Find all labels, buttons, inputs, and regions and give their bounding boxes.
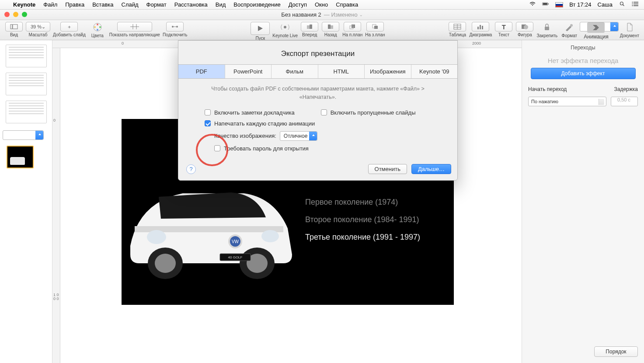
tb-document[interactable]: Документ bbox=[619, 22, 641, 38]
label-stages: Напечатать каждую стадию анимации bbox=[214, 120, 315, 127]
svg-rect-11 bbox=[10, 24, 12, 29]
battery-icon[interactable] bbox=[542, 1, 549, 8]
start-transition-select[interactable]: По нажатию bbox=[528, 97, 606, 106]
app-name[interactable]: Keynote bbox=[13, 1, 35, 8]
tb-shape[interactable]: Фигура bbox=[514, 22, 535, 37]
svg-point-42 bbox=[524, 25, 528, 29]
wifi-icon[interactable] bbox=[529, 1, 536, 8]
svg-rect-40 bbox=[482, 26, 483, 29]
tb-view[interactable]: Вид bbox=[3, 22, 24, 37]
svg-point-14 bbox=[97, 24, 98, 25]
inspector-title: Переходы bbox=[528, 45, 638, 51]
svg-point-51 bbox=[147, 230, 166, 244]
tb-guides[interactable]: Показать направляющие bbox=[108, 22, 161, 37]
flag-ru-icon[interactable] bbox=[555, 2, 563, 7]
tb-backward[interactable]: Назад bbox=[320, 22, 341, 37]
cancel-button[interactable]: Отменить bbox=[368, 164, 407, 174]
tb-animate[interactable]: Анимация bbox=[580, 22, 618, 31]
menubar: Keynote Файл Правка Вставка Слайд Формат… bbox=[0, 0, 644, 10]
modal-hint: Чтобы создать файл PDF с собственными па… bbox=[194, 85, 442, 101]
quality-select[interactable]: Отличное bbox=[280, 131, 318, 141]
menu-arrange[interactable]: Расстановка bbox=[174, 1, 208, 8]
menu-share[interactable]: Доступ bbox=[289, 1, 307, 8]
svg-point-8 bbox=[632, 2, 633, 3]
svg-point-44 bbox=[570, 24, 573, 27]
tb-play[interactable]: Пуск bbox=[249, 22, 271, 41]
thumb-blank[interactable] bbox=[6, 45, 47, 67]
add-effect-button[interactable]: Добавить эффект bbox=[531, 68, 636, 79]
tb-zoom[interactable]: 39 % ⌄Масштаб bbox=[24, 22, 52, 37]
tb-front[interactable]: На п.план bbox=[341, 22, 364, 37]
no-effect-label: Нет эффекта перехода bbox=[528, 57, 638, 64]
tb-lock[interactable]: Закрепить bbox=[535, 22, 559, 38]
order-button[interactable]: Порядок bbox=[594, 346, 638, 357]
menu-help[interactable]: Справка bbox=[336, 1, 358, 8]
tab-powerpoint[interactable]: PowerPoint bbox=[225, 65, 272, 78]
inspector-panel: Переходы Нет эффекта перехода Добавить э… bbox=[522, 40, 644, 363]
close-window-icon[interactable] bbox=[4, 12, 10, 17]
svg-rect-2 bbox=[548, 3, 549, 4]
svg-rect-12 bbox=[13, 24, 17, 29]
tab-keynote09[interactable]: Keynote '09 bbox=[411, 65, 458, 78]
user-name[interactable]: Саша bbox=[598, 1, 613, 8]
svg-point-3 bbox=[620, 2, 623, 5]
svg-rect-38 bbox=[477, 27, 479, 29]
svg-text:40 GOLF: 40 GOLF bbox=[228, 255, 243, 259]
label-password: Требовать пароль для открытия bbox=[224, 145, 309, 152]
list-icon[interactable] bbox=[632, 1, 639, 8]
tb-add-slide[interactable]: ＋Добавить слайд bbox=[52, 22, 87, 37]
tb-chart[interactable]: Диаграмма bbox=[468, 22, 493, 37]
modal-title: Экспорт презентации bbox=[178, 41, 457, 64]
tb-format[interactable]: Формат bbox=[559, 22, 580, 38]
tb-back[interactable]: На з.план bbox=[364, 22, 386, 37]
tb-forward[interactable]: Вперед bbox=[299, 22, 320, 37]
checkbox-password[interactable] bbox=[214, 145, 220, 151]
checkbox-stages[interactable] bbox=[205, 120, 211, 126]
next-button[interactable]: Дальше… bbox=[411, 164, 451, 174]
label-skipped: Включить пропущенные слайды bbox=[331, 109, 416, 116]
titlebar: Без названия 2 — Изменено ⌄ bbox=[0, 10, 644, 20]
tab-html[interactable]: HTML bbox=[318, 65, 365, 78]
thumb-blank[interactable] bbox=[6, 73, 47, 95]
svg-text:VW: VW bbox=[232, 239, 239, 244]
menu-edit[interactable]: Правка bbox=[65, 1, 84, 8]
menu-slide[interactable]: Слайд bbox=[122, 1, 139, 8]
tb-connect[interactable]: Подключить bbox=[161, 22, 189, 37]
tb-table[interactable]: Таблица bbox=[447, 22, 468, 37]
svg-point-52 bbox=[261, 230, 279, 242]
tb-text[interactable]: TТекст bbox=[493, 22, 514, 37]
svg-rect-33 bbox=[374, 26, 378, 29]
checkbox-notes[interactable] bbox=[205, 109, 211, 115]
spotlight-icon[interactable] bbox=[619, 1, 626, 8]
menu-file[interactable]: Файл bbox=[43, 1, 57, 8]
tab-pdf[interactable]: PDF bbox=[178, 65, 225, 78]
checkbox-skipped[interactable] bbox=[321, 109, 327, 115]
svg-rect-28 bbox=[328, 24, 331, 29]
tab-movie[interactable]: Фильм bbox=[272, 65, 318, 78]
svg-rect-1 bbox=[543, 3, 547, 5]
delay-label: Задержка bbox=[614, 86, 638, 92]
tab-images[interactable]: Изображения bbox=[365, 65, 411, 78]
thumb-blank[interactable] bbox=[6, 101, 47, 123]
zoom-window-icon[interactable] bbox=[22, 12, 27, 17]
svg-rect-27 bbox=[307, 25, 310, 29]
minimize-window-icon[interactable] bbox=[13, 12, 18, 17]
svg-marker-45 bbox=[593, 25, 599, 30]
svg-point-48 bbox=[155, 254, 176, 273]
menu-view[interactable]: Вид bbox=[216, 1, 226, 8]
thumb-selected[interactable]: 1 bbox=[3, 130, 44, 140]
delay-field[interactable]: 0,50 с bbox=[611, 97, 638, 106]
menu-play[interactable]: Воспроизведение bbox=[233, 1, 280, 8]
svg-point-25 bbox=[284, 26, 286, 28]
clock[interactable]: Вт 17:24 bbox=[569, 1, 591, 8]
tb-keynote-live[interactable]: Keynote Live bbox=[271, 22, 299, 38]
tb-colors[interactable]: Цвета bbox=[87, 22, 108, 38]
export-modal: Экспорт презентации PDF PowerPoint Фильм… bbox=[178, 40, 458, 181]
help-icon[interactable]: ? bbox=[186, 164, 196, 174]
menu-window[interactable]: Окно bbox=[315, 1, 328, 8]
quality-label: Качество изображения: bbox=[214, 133, 276, 139]
ruler-vertical: 0 1 0 0 0 bbox=[52, 48, 60, 363]
menu-format[interactable]: Формат bbox=[146, 1, 167, 8]
menu-insert[interactable]: Вставка bbox=[92, 1, 113, 8]
chevron-down-icon[interactable]: ⌄ bbox=[359, 13, 363, 17]
